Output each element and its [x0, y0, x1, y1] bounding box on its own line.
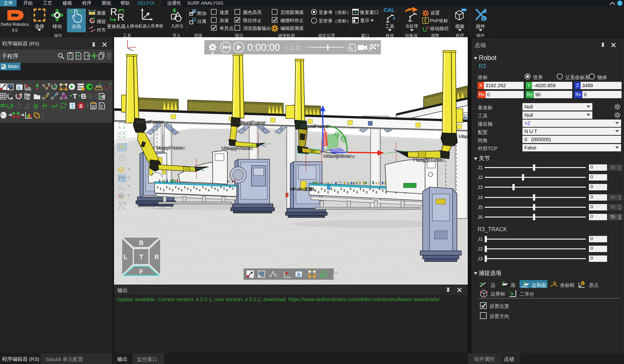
svg-text:T: T: [139, 253, 143, 261]
svg-text:L: L: [124, 253, 128, 261]
svg-text:F: F: [139, 268, 143, 275]
svg-text:WPaBe设置1: WPaBe设置1: [290, 187, 315, 192]
svg-text:B: B: [81, 92, 86, 100]
svg-text:A: A: [350, 46, 353, 50]
svg-text:A: A: [297, 272, 301, 277]
svg-text:A: A: [17, 85, 21, 91]
svg-text:x: x: [285, 45, 287, 50]
svg-text:0:00:00: 0:00:00: [247, 42, 280, 53]
svg-text:RootFrame: RootFrame: [304, 124, 328, 129]
svg-text:MangeFrame: MangeFrame: [156, 145, 185, 151]
svg-text:S: S: [102, 95, 104, 99]
svg-text:FlangeFrame: FlangeFrame: [224, 146, 253, 151]
svg-text:SUB: SUB: [118, 201, 127, 206]
svg-text:R: R: [155, 253, 159, 261]
svg-text:S: S: [79, 103, 82, 109]
svg-text:T: T: [73, 92, 77, 100]
svg-text:RootFrame: RootFrame: [139, 119, 164, 125]
svg-text:RootFrame: RootFrame: [241, 120, 265, 125]
svg-text:FlangeFrame: FlangeFrame: [326, 154, 355, 159]
svg-text:RootFra: RootFra: [461, 134, 468, 139]
svg-text:B: B: [139, 239, 144, 247]
svg-text:MangeFrame: MangeFrame: [416, 158, 445, 163]
svg-text:1.0: 1.0: [290, 44, 299, 51]
